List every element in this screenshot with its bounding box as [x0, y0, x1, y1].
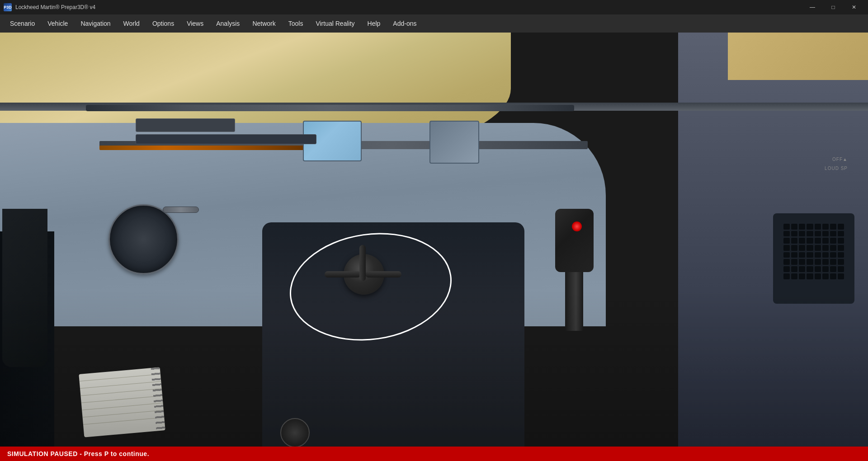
menu-item-scenario[interactable]: Scenario — [4, 14, 41, 33]
menu-item-world[interactable]: World — [117, 14, 146, 33]
sim-viewport: OFF▲ LOUD SP — [0, 33, 868, 461]
menu-item-vehicle[interactable]: Vehicle — [41, 14, 74, 33]
statusbar: SIMULATION PAUSED - Press P to continue. — [0, 447, 868, 461]
yoke-spoke-right — [365, 271, 401, 278]
amber-strip — [99, 146, 316, 150]
app-icon: P3D — [4, 3, 12, 11]
panel-handle — [163, 207, 199, 213]
app-icon-text: P3D — [4, 5, 12, 9]
menu-item-virtual-reality[interactable]: Virtual Reality — [309, 14, 361, 33]
maximize-button[interactable]: □ — [823, 0, 844, 14]
titlebar-left: P3D Lockheed Martin® Prepar3D® v4 — [4, 3, 95, 11]
menu-item-help[interactable]: Help — [361, 14, 387, 33]
notepad — [79, 367, 165, 437]
left-stick — [2, 209, 47, 367]
joystick-grip — [555, 209, 594, 272]
menu-item-analysis[interactable]: Analysis — [210, 14, 246, 33]
menu-item-navigation[interactable]: Navigation — [74, 14, 117, 33]
windshield-frame-inner — [86, 105, 574, 111]
joystick-red-button — [572, 221, 582, 231]
yoke-spoke-left — [325, 271, 361, 278]
menu-item-options[interactable]: Options — [146, 14, 180, 33]
close-button[interactable]: ✕ — [844, 0, 864, 14]
dash-instrument-3 — [136, 134, 316, 144]
titlebar-controls: — □ ✕ — [802, 0, 864, 14]
speaker-grill — [780, 220, 848, 297]
circular-instrument — [108, 204, 179, 274]
small-round-instrument — [280, 418, 310, 447]
menu-item-network[interactable]: Network — [246, 14, 282, 33]
menu-item-tools[interactable]: Tools — [282, 14, 310, 33]
menu-item-addons[interactable]: Add-ons — [387, 14, 423, 33]
right-panel: OFF▲ LOUD SP — [678, 33, 868, 461]
menu-item-views[interactable]: Views — [180, 14, 210, 33]
right-label-1: OFF▲ — [832, 157, 848, 162]
dash-instrument-2 — [136, 118, 235, 132]
titlebar-title: Lockheed Martin® Prepar3D® v4 — [15, 4, 95, 10]
titlebar: P3D Lockheed Martin® Prepar3D® v4 — □ ✕ — [0, 0, 868, 14]
status-text: SIMULATION PAUSED - Press P to continue. — [7, 450, 149, 457]
right-label-2: LOUD SP — [825, 166, 848, 171]
minimize-button[interactable]: — — [802, 0, 823, 14]
right-joystick — [547, 204, 601, 331]
right-instrument-top — [728, 33, 868, 80]
yoke-spoke-top — [359, 245, 366, 281]
panel-instrument-right — [429, 121, 479, 164]
menubar: Scenario Vehicle Navigation World Option… — [0, 14, 868, 33]
